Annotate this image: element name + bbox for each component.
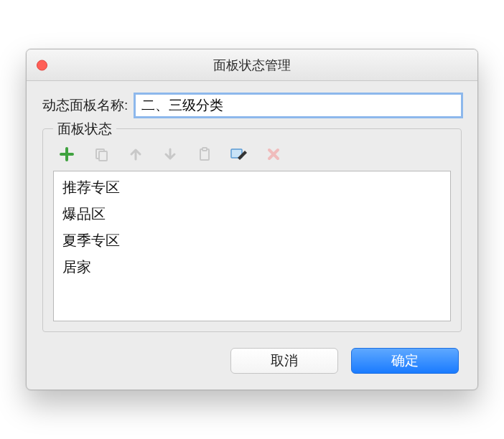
arrow-down-icon[interactable]	[161, 145, 179, 164]
svg-rect-1	[99, 151, 107, 161]
dialog-title: 面板状态管理	[213, 57, 291, 74]
dialog-body: 动态面板名称: 面板状态	[27, 81, 477, 390]
svg-rect-3	[202, 148, 207, 151]
fieldset-legend: 面板状态	[53, 120, 116, 138]
close-window-button[interactable]	[37, 60, 47, 70]
states-listbox[interactable]: 推荐专区 爆品区 夏季专区 居家	[53, 171, 451, 321]
window-controls	[37, 60, 47, 70]
name-label: 动态面板名称:	[42, 96, 128, 115]
duplicate-icon[interactable]	[92, 145, 111, 164]
edit-icon[interactable]	[230, 145, 248, 164]
panel-name-input[interactable]	[135, 94, 462, 117]
name-row: 动态面板名称:	[42, 94, 462, 117]
paste-icon[interactable]	[195, 145, 214, 164]
panel-states-fieldset: 面板状态	[42, 128, 462, 332]
list-item[interactable]: 夏季专区	[54, 227, 450, 254]
dialog-window: 面板状态管理 动态面板名称: 面板状态	[26, 49, 478, 390]
titlebar: 面板状态管理	[27, 49, 477, 81]
add-icon[interactable]	[57, 145, 76, 164]
arrow-up-icon[interactable]	[126, 145, 145, 164]
list-item[interactable]: 推荐专区	[54, 174, 450, 201]
cancel-button[interactable]: 取消	[230, 348, 338, 374]
list-item[interactable]: 居家	[54, 254, 450, 280]
delete-icon[interactable]	[264, 145, 283, 164]
states-toolbar	[53, 142, 451, 171]
list-item[interactable]: 爆品区	[54, 201, 450, 227]
ok-button[interactable]: 确定	[351, 348, 459, 374]
dialog-footer: 取消 确定	[42, 348, 462, 374]
